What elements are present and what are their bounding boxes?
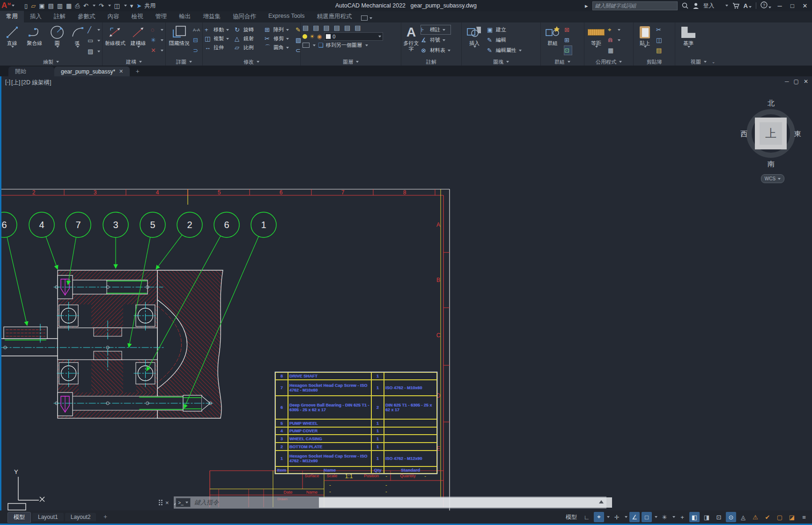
layer-previous-icon[interactable]: ▤ [334, 24, 340, 31]
annotation-材料表[interactable]: ⊗材料表 [421, 46, 450, 55]
ribbon-tab-Express Tools[interactable]: Express Tools [262, 11, 311, 22]
modify-拉伸[interactable]: ↔拉伸 [205, 43, 234, 52]
command-input-bar[interactable]: >_ 鍵入指令 [174, 496, 606, 509]
layer-rect-icon[interactable] [303, 43, 310, 48]
snap-magnet-button[interactable]: ⋒ [608, 36, 620, 44]
tab-layout2[interactable]: Layout2 [65, 513, 96, 521]
viewcube-south[interactable]: 南 [768, 160, 775, 169]
grid-icon[interactable]: ∟ [582, 512, 592, 522]
object-snap-icon-caret[interactable] [655, 516, 657, 518]
help-icon[interactable]: ? [760, 1, 771, 10]
settings-gear-icon[interactable]: ✳ [659, 512, 670, 522]
panel-label-view[interactable]: 視圖 ⌄ [675, 58, 731, 66]
model-tab[interactable]: 模型 [7, 512, 31, 523]
ribbon-tab-協同合作[interactable]: 協同合作 [227, 11, 262, 22]
ribbon-display-toggle[interactable] [361, 15, 372, 22]
bulb-icon[interactable] [303, 34, 307, 39]
document-tab[interactable]: gear_pump_subassy* ✕ [54, 67, 130, 76]
lock-ui-icon[interactable]: ⊙ [726, 512, 736, 522]
point-splat-button[interactable]: ✳ [151, 36, 163, 44]
layer-match-icon[interactable]: ▤ [323, 24, 329, 31]
measure-button[interactable]: 等距 [586, 24, 606, 48]
ribbon-tab-插入[interactable]: 插入 [24, 11, 48, 22]
object-snap-tracking-icon-caret[interactable] [625, 516, 627, 518]
ribbon-tab-內容[interactable]: 內容 [102, 11, 125, 22]
modify-修剪[interactable]: ✂修剪 [265, 34, 294, 43]
modify-圓角[interactable]: ⌒圓角 [265, 43, 294, 52]
detail-clip-button[interactable]: ⊟ [193, 36, 200, 44]
start-tab[interactable]: 開始 [8, 67, 54, 76]
ribbon-tab-參數式[interactable]: 參數式 [72, 11, 102, 22]
polyline-button[interactable]: 聚合線 [24, 24, 45, 46]
construction-line-mode-button[interactable]: 建構線 [128, 24, 149, 48]
model-space-toggle[interactable]: 模型 [566, 513, 577, 521]
group-edit-button[interactable]: ⊞ [564, 36, 572, 44]
sun-icon[interactable]: ☀ [310, 33, 315, 40]
ribbon-tab-註解[interactable]: 註解 [48, 11, 72, 22]
panel-label-draw[interactable]: 繪製 [0, 58, 102, 66]
bom-table[interactable]: 8DRIVE SHAFT17Hexagon Socket Head Cap Sc… [275, 372, 437, 473]
layer-freeze-icon[interactable]: ▤ [344, 24, 350, 31]
hide-situation-button[interactable]: 隱藏情況 [168, 24, 191, 46]
search-input[interactable]: 鍵入關鍵字或詞組 [592, 1, 678, 10]
calculator-button[interactable]: ▦ [608, 46, 620, 55]
annotation-lock-icon[interactable]: ⊡ [714, 512, 724, 522]
ribbon-tab-檢視[interactable]: 檢視 [125, 11, 149, 22]
modify-移動[interactable]: +移動 [205, 25, 234, 34]
viewcube-north[interactable]: 北 [768, 99, 775, 108]
circle-button[interactable]: 圓 [47, 24, 67, 48]
ribbon-tab-精選應用程式[interactable]: 精選應用程式 [311, 11, 358, 22]
move-to-layer-button[interactable]: 移到另一個圖層 [326, 42, 362, 49]
ribbon-tab-輸出[interactable]: 輸出 [173, 11, 197, 22]
new-tab-button[interactable]: ＋ [134, 67, 140, 76]
panel-label-annotation[interactable]: 註解 [401, 58, 461, 66]
ribbon-tab-增益集[interactable]: 增益集 [197, 11, 227, 22]
signin-caret-icon[interactable] [725, 5, 728, 7]
rectangle-button[interactable]: ▭ [88, 36, 100, 45]
hatch-button[interactable]: ▨ [88, 47, 100, 56]
ray-mode-button[interactable]: 射線模式 [104, 24, 126, 46]
paste-button[interactable]: 貼上 [635, 24, 654, 48]
arc-button[interactable]: 弧 [69, 24, 86, 48]
panel-label-block[interactable]: 圖塊 [462, 58, 540, 66]
section-aa-button[interactable]: A-A [193, 25, 200, 34]
crosshair-icon[interactable]: + [677, 512, 687, 522]
panel-label-group[interactable]: 群組 [541, 58, 584, 66]
layer-rect-caret[interactable] [313, 44, 316, 46]
cut-button[interactable]: ✂ [656, 25, 664, 34]
item-balloons[interactable]: 64735261 [1, 212, 276, 237]
wcs-dropdown[interactable]: WCS [761, 174, 784, 183]
annotation-符號[interactable]: ∡符號 [421, 36, 450, 44]
base-view-button[interactable]: 基準 [677, 24, 700, 48]
search-icon[interactable] [682, 2, 688, 9]
center-mark-button[interactable]: ◌ [151, 25, 163, 34]
new-layout-button[interactable]: ＋ [102, 512, 108, 522]
image-frame-icon[interactable]: ◪ [787, 512, 797, 522]
detail-curve-button[interactable]: ⊃ [193, 46, 200, 55]
group-button[interactable]: 群組 [543, 24, 562, 46]
panel-label-detail[interactable]: 詳圖 [166, 58, 202, 66]
command-grip-handle[interactable] [159, 500, 162, 505]
modify-陣列[interactable]: ⊞陣列 [265, 25, 294, 34]
panel-label-utilities[interactable]: 公用程式 [584, 58, 633, 66]
modify-旋轉[interactable]: ↻旋轉 [235, 25, 264, 34]
command-expand-icon[interactable] [599, 500, 604, 503]
block-編輯屬性[interactable]: ✎編輯屬性 [487, 46, 522, 55]
close-document-icon[interactable]: ✕ [119, 68, 123, 74]
maximize-button[interactable]: □ [788, 2, 797, 9]
viewcube-east[interactable]: 東 [794, 130, 801, 139]
modify-比例[interactable]: ▱比例 [235, 43, 264, 52]
minimize-button[interactable]: ─ [775, 2, 784, 9]
modify-複製[interactable]: ◫複製 [205, 34, 234, 43]
sign-in-button[interactable]: 登入 [703, 2, 715, 10]
close-button[interactable]: ✕ [801, 2, 809, 9]
user-icon[interactable] [693, 2, 699, 9]
layer-state-icon[interactable]: ▤ [313, 24, 319, 31]
quick-select-button[interactable]: ⌖ [608, 25, 620, 34]
annotation-monitor-icon[interactable]: ⚠ [750, 512, 760, 522]
layer-lock-icon[interactable]: ▤ [354, 24, 361, 31]
line-button[interactable]: 直線 [2, 24, 22, 48]
isolate-objects-icon[interactable]: ◬ [738, 512, 748, 522]
insert-block-button[interactable]: 插入 [464, 24, 485, 48]
polar-tracking-icon-caret[interactable] [607, 516, 610, 518]
